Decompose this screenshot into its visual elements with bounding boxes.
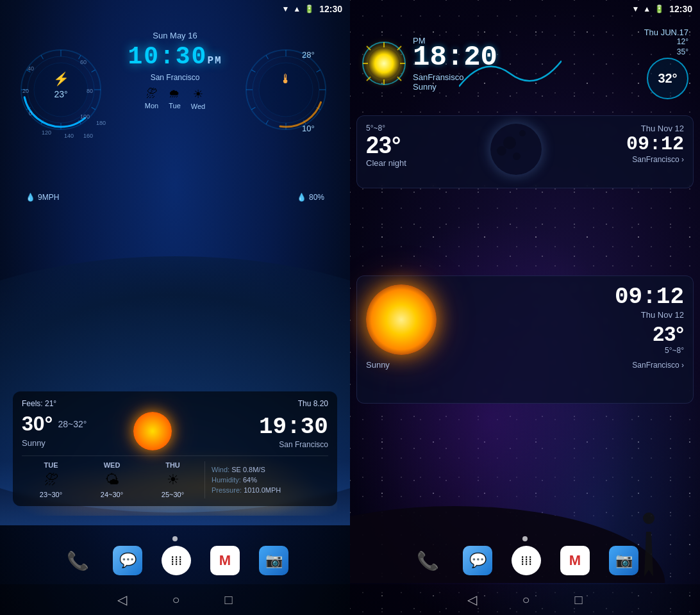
center-clock: Sun May 16 10:30PM San Francisco ⛈ Mon 🌧… — [111, 26, 239, 110]
night-date: Thu Nov 12 — [626, 124, 684, 133]
night-time: 09:12 — [626, 133, 684, 155]
dock-camera-left[interactable]: 📷 — [259, 546, 288, 575]
svg-point-30 — [259, 63, 313, 117]
svg-line-39 — [251, 108, 255, 110]
forecast-day-0: TUE — [44, 461, 58, 469]
nav-bar-left: ◁ ○ □ — [0, 584, 350, 615]
svg-line-51 — [367, 46, 371, 50]
temp-range: 28~32° — [58, 419, 87, 429]
day-time: 09:12 — [443, 284, 684, 310]
svg-line-33 — [317, 70, 321, 72]
page-indicator-right — [522, 536, 528, 541]
svg-text:28°: 28° — [302, 50, 315, 60]
wind-icon: 💧 — [26, 193, 35, 202]
night-widget[interactable]: 5°~8° 23° Clear night Thu Nov 12 09:12 S… — [356, 115, 694, 188]
dock-messages-left[interactable]: 💬 — [113, 546, 142, 575]
svg-text:23°: 23° — [54, 89, 67, 99]
dock-apps-left[interactable]: ⁞⁞⁞ — [162, 546, 191, 575]
right-temp-top: 12° — [677, 37, 688, 46]
svg-line-52 — [397, 77, 401, 81]
svg-text:160: 160 — [83, 133, 93, 139]
clock-time: 10:30PM — [111, 43, 239, 70]
svg-line-54 — [367, 77, 371, 81]
weather-day-icon-tue: 🌧 — [169, 87, 180, 101]
page-indicator-left — [172, 536, 178, 541]
dock-apps-right[interactable]: ⁞⁞⁞ — [512, 546, 541, 575]
dock-gmail-left[interactable]: M — [210, 546, 240, 575]
day-condition: Sunny — [366, 360, 390, 370]
humidity-detail: Humidity: 64% — [212, 476, 328, 484]
wind-speed: 9MPH — [38, 193, 59, 202]
night-widget-left: 5°~8° 23° Clear night — [366, 124, 406, 168]
night-condition: Clear night — [366, 158, 406, 168]
signal-icon: ▲ — [293, 4, 301, 13]
apps-icon: ⁞⁞⁞ — [171, 553, 182, 568]
weather-date: Thu 8.20 — [298, 399, 328, 408]
gauges-container: ⚡ 23° 40 20 0 60 80 100 120 140 160 180 … — [19, 26, 331, 205]
left-gauge-svg: ⚡ 23° 40 20 0 60 80 100 120 140 160 180 — [16, 26, 106, 167]
forecast-temp-1: 24~30° — [101, 491, 123, 498]
svg-line-5 — [92, 70, 96, 72]
dock-phone-left[interactable]: 📞 — [62, 545, 94, 577]
svg-text:80: 80 — [87, 88, 93, 94]
svg-text:140: 140 — [64, 133, 74, 139]
status-icons-right: ▼ ▲ 🔋 — [631, 4, 664, 13]
svg-text:120: 120 — [42, 129, 51, 136]
humidity-label: Humidity: — [212, 476, 243, 484]
day-widget-right: 09:12 Thu Nov 12 23° 5°~8° — [443, 284, 684, 355]
signal-icon-right: ▲ — [643, 4, 651, 13]
svg-text:10°: 10° — [302, 124, 315, 133]
day-city: SanFrancisco › — [632, 361, 684, 370]
messages-icon: 💬 — [119, 552, 137, 569]
clock-widget-left: ⚡ 23° 40 20 0 60 80 100 120 140 160 180 … — [19, 26, 331, 205]
rain-percent: 80% — [309, 193, 324, 202]
status-time-left: 12:30 — [319, 4, 342, 14]
widget-city: San Francisco — [259, 440, 328, 449]
svg-line-38 — [266, 120, 269, 124]
gmail-icon-right: M — [569, 552, 581, 569]
dock-messages-right[interactable]: 💬 — [463, 546, 492, 575]
status-bar-right: ▼ ▲ 🔋 12:30 — [350, 0, 700, 18]
temp-big: 30° — [22, 412, 53, 436]
home-button-left[interactable]: ○ — [172, 593, 179, 607]
status-icons-left: ▼ ▲ 🔋 — [281, 4, 314, 13]
wind-info: 💧 9MPH — [26, 193, 59, 202]
moon-icon — [490, 124, 542, 175]
svg-line-41 — [251, 70, 255, 72]
svg-line-42 — [266, 55, 269, 59]
recents-button-left[interactable]: □ — [225, 593, 233, 607]
svg-text:60: 60 — [80, 59, 87, 65]
right-temp-mini: 12° 35° 32° — [644, 37, 688, 99]
recents-button-right[interactable]: □ — [575, 593, 583, 607]
wind-label: Wind: — [212, 466, 231, 473]
home-button-right[interactable]: ○ — [522, 593, 529, 607]
weather-widget-left[interactable]: Feels: 21° Thu 8.20 30° 28~32° Sunny 19:… — [13, 391, 337, 506]
nav-bar-right: ◁ ○ □ — [350, 584, 700, 615]
wifi-icon: ▼ — [281, 4, 289, 13]
day-widget[interactable]: 09:12 Thu Nov 12 23° 5°~8° Sunny SanFran… — [356, 275, 694, 404]
left-panel: ▼ ▲ 🔋 12:30 — [0, 0, 350, 615]
status-time-right: 12:30 — [669, 4, 692, 14]
night-temp-big: 23° — [366, 133, 406, 158]
night-widget-right: Thu Nov 12 09:12 SanFrancisco › — [626, 124, 684, 164]
weather-widget-header: Feels: 21° Thu 8.20 — [22, 399, 328, 408]
svg-text:40: 40 — [28, 65, 34, 72]
forecast-wed: WED 🌤 24~30° — [83, 461, 141, 498]
back-button-left[interactable]: ◁ — [117, 592, 127, 607]
forecast-thu: THU ☀ 25~30° — [144, 461, 202, 498]
dock-phone-right[interactable]: 📞 — [412, 545, 444, 577]
right-date-widget: Thu JUN.17 12° 35° 32° — [644, 28, 688, 99]
dock-gmail-right[interactable]: M — [560, 546, 590, 575]
camera-icon-right: 📷 — [615, 552, 633, 569]
day-widget-main: 09:12 Thu Nov 12 23° 5°~8° — [366, 284, 684, 355]
dock-camera-right[interactable]: 📷 — [609, 546, 638, 575]
back-button-right[interactable]: ◁ — [467, 592, 477, 607]
weather-day-icon-wed: ☀ — [193, 87, 203, 101]
rain-info: 💧 80% — [297, 193, 324, 202]
weather-condition: Sunny — [22, 438, 87, 448]
moon-crater-3 — [497, 146, 506, 156]
weather-day-tue: 🌧 Tue — [169, 87, 181, 110]
clock-ampm: PM — [207, 55, 222, 67]
messages-icon-right: 💬 — [469, 552, 487, 569]
sun-widget-icon — [366, 284, 437, 355]
